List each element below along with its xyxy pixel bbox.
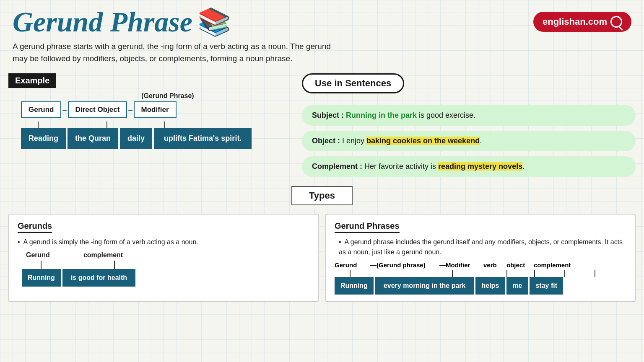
the-quran-box: the Quran [68, 128, 118, 149]
subject-sentence: Subject : Running in the park is good ex… [302, 105, 636, 126]
gerund-phrases-desc: • A gerund phrase includes the gerund it… [335, 237, 626, 257]
types-badge: Types [291, 186, 353, 205]
modifier-box: Modifier [134, 101, 177, 118]
gerund-box: Gerund [21, 101, 61, 118]
book-emoji: 📚 [197, 8, 231, 35]
object-rest: . [480, 137, 482, 145]
subject-rest: is good exercise. [417, 111, 475, 119]
gerund-sub-label: Gerund [26, 251, 50, 259]
dash-2: – [127, 105, 133, 114]
uplifts-box: uplifts Fatima's spirit. [154, 128, 252, 149]
sentences-panel: Use in Sentences Subject : Running in th… [302, 73, 636, 182]
types-section: Types Gerunds • A gerund is simply the -… [0, 186, 644, 302]
object-sentence: Object : I enjoy baking cookies on the w… [302, 131, 636, 151]
dash-1: – [61, 105, 68, 114]
gerund-phrases-title: Gerund Phrases [335, 221, 400, 233]
description-text: A gerund phrase starts with a gerund, th… [0, 40, 356, 69]
use-sentences-badge: Use in Sentences [302, 73, 404, 93]
gp-label-modifier: Modifier [446, 261, 483, 269]
subject-highlight: Running in the park [346, 111, 417, 119]
gp-helps-box: helps [475, 277, 505, 295]
diagram-boxes: Gerund – Direct Object – Modifier [21, 101, 293, 118]
gp-label-phrase: (Gerund phrase) [377, 261, 439, 269]
gp-label-gerund: Gerund [335, 261, 370, 269]
gp-every-morning-box: every morning in the park [375, 277, 474, 295]
object-highlight: baking cookies on the weekend [366, 137, 480, 145]
running-gerund-box: Running [22, 269, 61, 287]
gp-dash-1: — [370, 261, 377, 269]
search-icon[interactable] [610, 16, 622, 28]
complement-rest: . [522, 162, 525, 171]
brand-badge[interactable]: englishan.com [533, 12, 631, 32]
gp-me-box: me [506, 277, 528, 295]
example-panel: Example (Gerund Phrase) Gerund – Direct … [8, 73, 293, 182]
complement-highlight: reading mystery novels [438, 162, 522, 171]
types-grid: Gerunds • A gerund is simply the -ing fo… [8, 214, 636, 302]
daily-box: daily [120, 128, 152, 149]
example-badge: Example [8, 73, 56, 88]
gp-label-verb: verb [483, 261, 506, 269]
word-boxes: Reading the Quran daily uplifts Fatima's… [21, 128, 293, 149]
gp-stay-fit-box: stay fit [530, 277, 563, 295]
gp-running-box: Running [335, 277, 374, 295]
title-area: Gerund Phrase 📚 [13, 8, 231, 36]
direct-object-box: Direct Object [68, 101, 127, 118]
gerund-phrases-card: Gerund Phrases • A gerund phrase include… [325, 214, 636, 302]
brand-name: englishan.com [543, 16, 607, 27]
reading-box: Reading [21, 128, 66, 149]
object-label: Object : [312, 137, 342, 145]
complement-pre: Her favorite activity is [364, 162, 438, 171]
complement-sub-label: complement [83, 251, 123, 259]
complement-sentence: Complement : Her favorite activity is re… [302, 156, 636, 177]
complement-label: Complement : [312, 162, 364, 171]
is-good-health-box: is good for health [62, 269, 135, 287]
gp-label-object: object [506, 261, 534, 269]
header: Gerund Phrase 📚 englishan.com [0, 0, 644, 40]
gerund-phrase-label: (Gerund Phrase) [42, 92, 293, 100]
gp-dash-2: — [439, 261, 446, 269]
gerunds-title: Gerunds [18, 221, 52, 233]
gerunds-card: Gerunds • A gerund is simply the -ing fo… [8, 214, 319, 302]
content-area: Example (Gerund Phrase) Gerund – Direct … [0, 69, 644, 186]
gerunds-desc: • A gerund is simply the -ing form of a … [18, 237, 309, 247]
subject-label: Subject : [312, 111, 346, 119]
page-title: Gerund Phrase [13, 8, 192, 36]
gp-label-complement: complement [534, 261, 571, 269]
object-pre: I enjoy [342, 137, 366, 145]
